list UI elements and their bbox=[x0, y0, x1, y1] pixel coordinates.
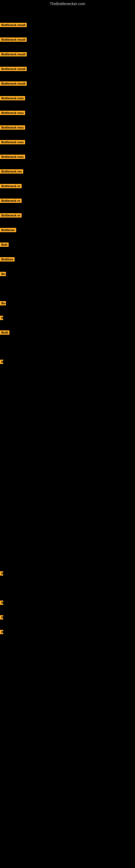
bottleneck-badge-21[interactable]: Bottl bbox=[0, 330, 9, 335]
bottleneck-badge-19[interactable]: Bo bbox=[0, 301, 6, 305]
bottleneck-badge-18[interactable]: Bo bbox=[0, 272, 6, 276]
bottleneck-badge-23[interactable]: B bbox=[0, 571, 3, 576]
bottleneck-badge-10[interactable]: Bottleneck resu bbox=[0, 155, 25, 159]
bottleneck-badge-13[interactable]: Bottleneck re bbox=[0, 198, 21, 203]
bottleneck-badge-2[interactable]: Bottleneck result bbox=[0, 37, 27, 42]
bottleneck-badge-20[interactable]: B bbox=[0, 316, 3, 320]
bottleneck-badge-17[interactable]: Bottlene bbox=[0, 257, 14, 261]
site-title: TheBottlenecker.com bbox=[0, 0, 135, 8]
bottleneck-badge-16[interactable]: Bott bbox=[0, 243, 9, 247]
bottleneck-badge-5[interactable]: Bottleneck result bbox=[0, 82, 27, 86]
bottleneck-badge-26[interactable]: B bbox=[0, 630, 3, 634]
bottleneck-badge-12[interactable]: Bottleneck re bbox=[0, 184, 21, 188]
bottleneck-badge-25[interactable]: B bbox=[0, 615, 3, 620]
bottleneck-badge-3[interactable]: Bottleneck result bbox=[0, 52, 27, 56]
bottleneck-badge-11[interactable]: Bottleneck res bbox=[0, 169, 23, 174]
bottleneck-badge-15[interactable]: Bottlenec bbox=[0, 228, 16, 232]
bottleneck-badge-14[interactable]: Bottleneck re bbox=[0, 213, 21, 218]
bottleneck-badge-8[interactable]: Bottleneck resu bbox=[0, 125, 25, 130]
bottleneck-badge-9[interactable]: Bottleneck resu bbox=[0, 140, 25, 144]
bottleneck-badge-7[interactable]: Bottleneck resu bbox=[0, 111, 25, 115]
bottleneck-badge-6[interactable]: Bottleneck resu bbox=[0, 96, 25, 100]
bottleneck-badge-1[interactable]: Bottleneck result bbox=[0, 23, 27, 27]
bottleneck-badge-4[interactable]: Bottleneck result bbox=[0, 67, 27, 71]
bottleneck-badge-24[interactable]: B bbox=[0, 600, 3, 605]
bottleneck-badge-22[interactable]: B bbox=[0, 360, 3, 364]
